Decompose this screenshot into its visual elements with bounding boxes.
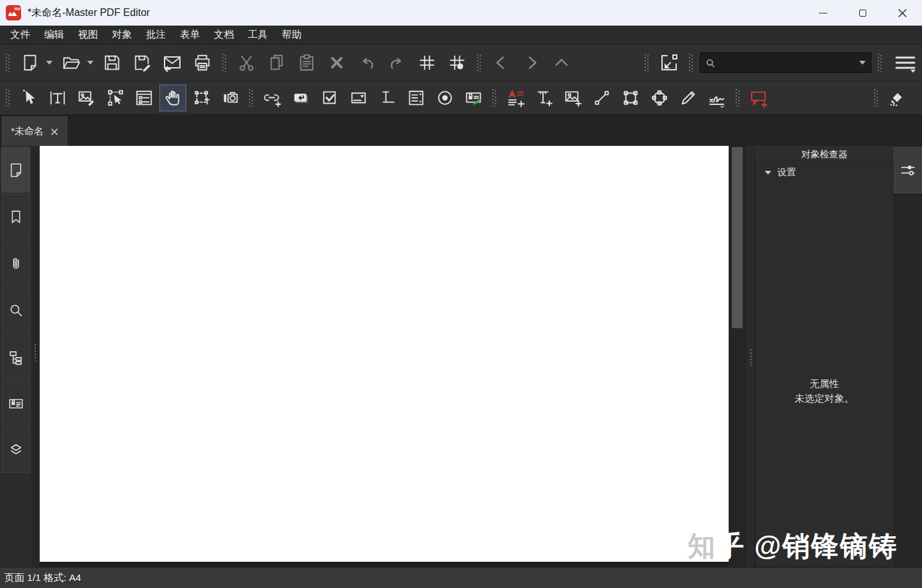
open-folder-icon (61, 53, 81, 72)
cut-button[interactable] (233, 49, 260, 76)
object-inspector-panel: 对象检查器 设置 无属性 未选定对象。 (754, 146, 894, 567)
open-file-button[interactable] (58, 49, 85, 76)
toolbar-grip[interactable] (222, 54, 227, 72)
toolbar-grip[interactable] (6, 54, 10, 72)
redo-button[interactable] (384, 49, 410, 76)
maximize-button[interactable] (843, 0, 882, 26)
sidebar-bookmarks-button[interactable] (1, 194, 30, 239)
menu-file[interactable]: 文件 (3, 26, 37, 44)
toolbar-grip[interactable] (6, 89, 10, 107)
undo-button[interactable] (353, 49, 380, 76)
toolbar-grip[interactable] (689, 54, 693, 72)
line-tool-button[interactable] (588, 84, 615, 111)
sidebar-layers-button[interactable] (1, 427, 30, 473)
menu-view[interactable]: 视图 (71, 26, 105, 44)
sidebar-structure-button[interactable] (1, 334, 30, 379)
panel-splitter[interactable] (747, 146, 754, 567)
toolbar-grip[interactable] (477, 54, 481, 72)
rectangle-tool-button[interactable] (617, 84, 644, 111)
right-tab-strip (894, 146, 922, 567)
ellipse-tool-button[interactable] (646, 84, 673, 111)
sidebar-signatures-button[interactable] (1, 381, 30, 426)
sidebar-pages-button[interactable] (1, 147, 30, 193)
edit-forms-tool-button[interactable] (102, 84, 129, 111)
menu-tools[interactable]: 工具 (241, 26, 275, 44)
radio-button-icon (435, 88, 455, 107)
email-button[interactable] (159, 49, 186, 76)
sidebar-search-button[interactable] (1, 287, 30, 333)
snapshot-tool-button[interactable] (217, 84, 244, 111)
document-page[interactable] (40, 146, 729, 562)
form-list-tool-button[interactable] (131, 84, 158, 111)
menu-forms[interactable]: 表单 (173, 26, 207, 44)
combobox-field-button[interactable] (345, 84, 372, 111)
toolbar-grip[interactable] (492, 89, 497, 107)
tab-close-icon[interactable] (51, 128, 58, 136)
menu-help[interactable]: 帮助 (275, 26, 309, 44)
open-file-dropdown[interactable] (85, 49, 95, 76)
edit-image-tool-button[interactable] (73, 84, 100, 111)
select-region-tool-button[interactable] (188, 84, 215, 111)
minimize-button[interactable] (803, 0, 843, 26)
search-input[interactable] (719, 58, 855, 68)
show-grid-button[interactable] (414, 49, 441, 76)
close-button[interactable] (882, 0, 922, 26)
paste-button[interactable] (293, 49, 320, 76)
parent-up-button[interactable] (548, 49, 575, 76)
sidebar-attachments-button[interactable] (1, 241, 30, 286)
menu-edit[interactable]: 编辑 (37, 26, 71, 44)
toolbar-grip[interactable] (878, 54, 882, 72)
new-document-button[interactable] (17, 49, 44, 76)
inspector-settings-row[interactable]: 设置 (756, 161, 893, 179)
hand-tool-button[interactable] (159, 84, 186, 111)
menu-document[interactable]: 文档 (207, 26, 241, 44)
copy-button[interactable] (263, 49, 290, 76)
properties-panel-tab[interactable] (894, 147, 922, 193)
button-field-button[interactable] (287, 84, 314, 111)
select-region-icon (192, 88, 211, 107)
save-as-button[interactable] (129, 49, 156, 76)
next-page-button[interactable] (518, 49, 545, 76)
document-tab[interactable]: *未命名 (2, 116, 67, 146)
previous-page-button[interactable] (488, 49, 515, 76)
print-button[interactable] (189, 49, 216, 76)
edit-text-tool-button[interactable] (44, 84, 71, 111)
fit-page-button[interactable] (656, 49, 683, 76)
rectangle-icon (621, 88, 640, 107)
checkbox-field-button[interactable] (316, 84, 343, 111)
inspector-settings-label: 设置 (777, 166, 796, 179)
left-sidebar (0, 146, 40, 567)
add-text-button[interactable] (531, 84, 558, 111)
highlight-text-button[interactable] (502, 84, 529, 111)
signature-tool-button[interactable] (704, 84, 731, 111)
sticky-note-button[interactable] (745, 84, 772, 111)
toolbar-grip[interactable] (874, 89, 878, 107)
highlight-text-icon (506, 88, 525, 107)
delete-button[interactable] (323, 49, 350, 76)
toolbar-grip[interactable] (736, 89, 740, 107)
inspector-body: 设置 无属性 未选定对象。 (755, 161, 894, 567)
pencil-tool-button[interactable] (675, 84, 702, 111)
menu-annotation[interactable]: 批注 (139, 26, 173, 44)
toolbar-grip[interactable] (645, 54, 649, 72)
main-menu-button[interactable] (889, 49, 922, 76)
sidebar-splitter[interactable] (31, 146, 40, 567)
link-tool-button[interactable] (259, 84, 286, 111)
menu-object[interactable]: 对象 (105, 26, 139, 44)
vertical-scrollbar[interactable] (729, 146, 747, 567)
new-document-dropdown[interactable] (44, 49, 54, 76)
text-field-button[interactable] (374, 84, 401, 111)
inspector-empty-state: 无属性 未选定对象。 (756, 376, 893, 406)
snap-to-grid-button[interactable] (444, 49, 471, 76)
listbox-field-button[interactable] (403, 84, 430, 111)
add-image-button[interactable] (560, 84, 586, 111)
signature-field-button[interactable] (460, 84, 487, 111)
radio-field-button[interactable] (432, 84, 458, 111)
minimize-icon (819, 13, 827, 13)
save-button[interactable] (99, 49, 125, 76)
eraser-tool-button[interactable] (884, 84, 910, 111)
scrollbar-thumb[interactable] (732, 147, 743, 328)
select-tool-button[interactable] (15, 84, 42, 111)
search-dropdown-icon[interactable] (859, 61, 866, 65)
toolbar-grip[interactable] (249, 89, 254, 107)
